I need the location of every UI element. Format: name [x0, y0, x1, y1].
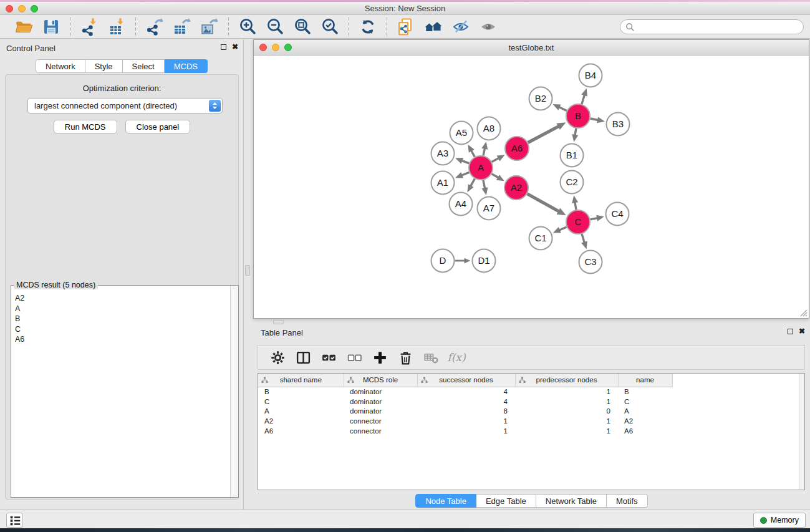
cell-shared-name[interactable]: A6 [258, 426, 344, 436]
cell-name[interactable]: A [618, 407, 672, 417]
import-network-button[interactable] [79, 17, 99, 37]
table-float-icon[interactable] [788, 329, 793, 334]
close-panel-button[interactable]: Close panel [125, 120, 191, 133]
cell-successor-nodes[interactable]: 8 [417, 407, 515, 417]
search-input[interactable] [637, 22, 798, 31]
home-button[interactable] [423, 17, 443, 37]
cell-name[interactable]: A6 [618, 426, 672, 436]
float-panel-icon[interactable] [221, 44, 226, 50]
column-header-name[interactable]: name [618, 374, 672, 387]
vertical-splitter-handle[interactable] [245, 265, 250, 276]
horizontal-splitter-handle[interactable] [273, 320, 284, 324]
tab-edge-table[interactable]: Edge Table [476, 494, 536, 508]
import-table-button[interactable] [107, 17, 127, 37]
deselect-unchecked-button[interactable] [346, 349, 362, 365]
criterion-select[interactable]: largest connected component (directed) [27, 98, 223, 114]
run-mcds-button[interactable]: Run MCDS [54, 120, 117, 133]
cell-successor-nodes[interactable]: 4 [417, 397, 515, 407]
result-scrollbar[interactable] [230, 286, 238, 497]
column-header-shared-name[interactable]: shared name [258, 374, 344, 387]
table-close-icon[interactable]: ✖ [799, 328, 805, 335]
edge-C-C1[interactable] [559, 227, 567, 231]
column-header-predecessor-nodes[interactable]: predecessor nodes [515, 374, 618, 387]
close-window-icon[interactable] [6, 5, 13, 12]
cell-shared-name[interactable]: A [258, 407, 344, 417]
export-image-button[interactable] [200, 17, 219, 37]
memory-button[interactable]: Memory [753, 513, 806, 528]
tab-mcds[interactable]: MCDS [165, 59, 208, 73]
network-close-icon[interactable] [259, 44, 267, 51]
cell-predecessor-nodes[interactable]: 1 [515, 387, 618, 397]
open-session-button[interactable] [14, 17, 34, 37]
edge-A-A2[interactable] [491, 174, 499, 178]
delete-row-button[interactable] [397, 349, 413, 365]
zoom-out-button[interactable] [265, 17, 285, 37]
zoom-fit-button[interactable] [292, 17, 312, 37]
hide-selected-button[interactable] [451, 17, 471, 37]
minimize-window-icon[interactable] [18, 5, 26, 12]
edge-B-B4[interactable] [582, 94, 585, 104]
cell-predecessor-nodes[interactable]: 0 [515, 407, 618, 417]
cell-MCDS-role[interactable]: dominator [344, 397, 417, 407]
edge-A6-B[interactable] [528, 126, 559, 143]
cell-name[interactable]: C [618, 397, 672, 407]
add-row-button[interactable] [372, 349, 388, 365]
select-checked-button[interactable] [321, 349, 337, 365]
network-from-document-button[interactable] [396, 17, 416, 37]
refresh-button[interactable] [358, 17, 378, 37]
network-window-titlebar[interactable]: testGlobe.txt [254, 40, 809, 56]
cell-MCDS-role[interactable]: connector [344, 426, 417, 436]
edge-A2-C[interactable] [527, 194, 559, 212]
cell-successor-nodes[interactable]: 1 [417, 426, 515, 436]
table-row[interactable]: A2connector11A2 [258, 416, 672, 426]
export-table-button[interactable] [172, 17, 192, 37]
table-row[interactable]: Adominator80A [258, 407, 672, 417]
edge-A-A1[interactable] [461, 172, 469, 175]
cell-shared-name[interactable]: A2 [258, 416, 344, 426]
edge-A-A3[interactable] [461, 160, 469, 163]
cell-MCDS-role[interactable]: dominator [344, 387, 417, 397]
search-field[interactable] [620, 19, 804, 34]
table-row[interactable]: Bdominator41B [258, 387, 672, 397]
edge-B-B2[interactable] [559, 107, 567, 110]
edge-A-A6[interactable] [492, 158, 499, 162]
tab-style[interactable]: Style [85, 59, 123, 73]
cell-predecessor-nodes[interactable]: 1 [515, 416, 618, 426]
column-header-successor-nodes[interactable]: successor nodes [417, 374, 515, 387]
network-canvas[interactable]: B4B2BB3B1A5A8A6A3AA1A2C2A4A7CC4C1C3DD1 [254, 56, 809, 318]
resize-grip-icon[interactable] [799, 309, 808, 317]
network-zoom-icon[interactable] [284, 44, 292, 51]
zoom-in-button[interactable] [238, 17, 258, 37]
split-view-button[interactable] [295, 349, 311, 365]
table-row[interactable]: Cdominator41C [258, 397, 672, 407]
cell-successor-nodes[interactable]: 4 [417, 387, 515, 397]
edge-A-A7[interactable] [483, 180, 485, 190]
save-session-button[interactable] [41, 17, 61, 37]
cell-MCDS-role[interactable]: connector [344, 416, 417, 426]
cell-name[interactable]: B [618, 387, 672, 397]
export-network-button[interactable] [145, 17, 165, 37]
cell-MCDS-role[interactable]: dominator [344, 407, 417, 417]
zoom-window-icon[interactable] [31, 5, 38, 12]
cell-predecessor-nodes[interactable]: 1 [515, 426, 618, 436]
column-header-MCDS-role[interactable]: MCDS role [344, 374, 417, 387]
cell-predecessor-nodes[interactable]: 1 [515, 397, 618, 407]
zoom-selected-button[interactable] [320, 17, 340, 37]
tab-network-table[interactable]: Network Table [536, 494, 607, 508]
table-scrollbar[interactable] [799, 374, 804, 490]
network-minimize-icon[interactable] [272, 44, 279, 51]
cell-name[interactable]: A2 [618, 416, 672, 426]
tab-node-table[interactable]: Node Table [415, 494, 476, 508]
task-history-button[interactable] [6, 513, 23, 528]
edge-C-C3[interactable] [582, 234, 585, 243]
tab-motifs[interactable]: Motifs [607, 494, 648, 508]
cell-shared-name[interactable]: B [258, 387, 344, 397]
settings-button[interactable] [269, 349, 286, 365]
tab-select[interactable]: Select [123, 59, 165, 73]
cell-successor-nodes[interactable]: 1 [417, 416, 515, 426]
table-row[interactable]: A6connector11A6 [258, 426, 672, 436]
edge-B-B3[interactable] [591, 118, 599, 120]
tab-network[interactable]: Network [36, 59, 85, 73]
edge-A-A4[interactable] [470, 179, 475, 187]
close-panel-icon[interactable]: ✖ [232, 44, 238, 51]
